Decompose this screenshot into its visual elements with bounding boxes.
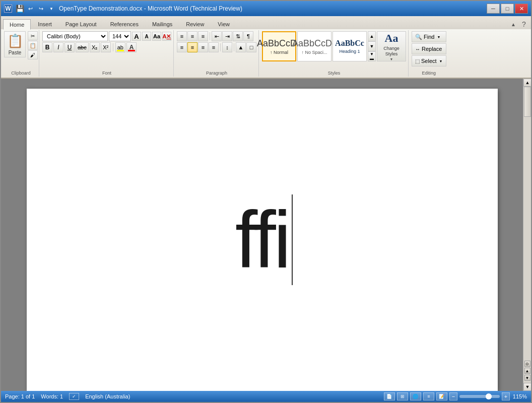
styles-scroll-down[interactable]: ▼: [368, 41, 376, 51]
replace-button[interactable]: ↔ Replace: [412, 43, 446, 54]
justify-button[interactable]: ≡: [209, 42, 219, 52]
borders-button[interactable]: □: [246, 42, 256, 52]
zoom-in-button[interactable]: +: [502, 392, 510, 400]
select-button[interactable]: ⬚ Select ▼: [412, 55, 446, 66]
font-name-select[interactable]: Calibri (Body): [42, 31, 108, 41]
styles-more[interactable]: ▼▬: [368, 51, 376, 61]
tab-pagelayout[interactable]: Page Layout: [59, 19, 103, 29]
document-page: ffi: [27, 89, 498, 391]
font-row2: B I U abc X₂ X² ab A: [42, 42, 171, 52]
clipboard-group-label: Clipboard: [3, 71, 39, 76]
find-button[interactable]: 🔍 Find ▼: [412, 31, 446, 42]
find-label: Find: [424, 34, 434, 40]
view-outline-btn[interactable]: ≡: [423, 392, 434, 400]
view-web-btn[interactable]: 🌐: [410, 392, 421, 400]
tab-home[interactable]: Home: [3, 19, 31, 30]
save-quick-btn[interactable]: 💾: [15, 4, 24, 13]
find-dropdown[interactable]: ▼: [437, 35, 440, 39]
scroll-prev-btn[interactable]: ▲: [524, 368, 530, 374]
zoom-thumb[interactable]: [486, 393, 492, 399]
superscript-button[interactable]: X²: [101, 42, 111, 52]
scroll-thumb[interactable]: [524, 87, 531, 117]
scroll-track[interactable]: [523, 87, 531, 359]
language-info[interactable]: English (Australia): [85, 393, 130, 399]
sort-button[interactable]: ⇅: [233, 31, 243, 41]
para-sep2: [220, 43, 221, 51]
scroll-up-button[interactable]: ▲: [523, 79, 531, 87]
redo-quick-btn[interactable]: ↪: [36, 4, 45, 13]
align-right-button[interactable]: ≡: [198, 42, 208, 52]
proofing-icon[interactable]: ✓: [69, 393, 79, 400]
paste-button[interactable]: 📋 Paste: [4, 31, 26, 57]
separator1: [113, 43, 113, 51]
ribbon-collapse-btn[interactable]: ▲: [508, 19, 518, 29]
bold-button[interactable]: B: [42, 42, 52, 52]
change-styles-button[interactable]: Aa ChangeStyles ▼: [377, 31, 406, 61]
shrink-font-button[interactable]: A: [142, 32, 151, 41]
view-draft-btn[interactable]: 📝: [436, 392, 447, 400]
quickaccess-more-btn[interactable]: ▼: [47, 4, 56, 13]
maximize-button[interactable]: □: [501, 4, 514, 14]
view-print-btn[interactable]: 📄: [384, 392, 395, 400]
undo-quick-btn[interactable]: ↩: [26, 4, 35, 13]
align-center-button[interactable]: ≡: [187, 42, 197, 52]
style-no-spacing[interactable]: AaBbCcDc ↑ No Spaci...: [297, 31, 331, 61]
paste-icon: 📋: [7, 33, 23, 49]
bullets-button[interactable]: ≡: [177, 31, 187, 41]
para-sep3: [234, 43, 234, 51]
ribbon: 📋 Paste ✂ 📋 🖌 Clipboard Calibri (Body) 1…: [1, 29, 531, 79]
scroll-down-button[interactable]: ▼: [523, 383, 531, 391]
numbering-button[interactable]: ≡: [187, 31, 197, 41]
change-case-button[interactable]: Aa: [152, 32, 161, 41]
zoom-slider[interactable]: [459, 395, 500, 398]
line-spacing-button[interactable]: ↕: [222, 42, 232, 52]
para-row2: ≡ ≡ ≡ ≡ ↕ ▲ □: [177, 42, 256, 52]
title-bar: W 💾 ↩ ↪ ▼ OpenType Demonstration.docx - …: [1, 1, 531, 16]
select-dropdown[interactable]: ▼: [439, 59, 443, 63]
help-button[interactable]: ?: [519, 19, 529, 29]
replace-icon: ↔: [415, 46, 420, 52]
grow-font-button[interactable]: A: [132, 32, 141, 41]
multilevel-button[interactable]: ≡: [198, 31, 208, 41]
styles-scroll-up[interactable]: ▲: [368, 31, 376, 41]
italic-button[interactable]: I: [53, 42, 63, 52]
zoom-level[interactable]: 115%: [513, 393, 527, 399]
style-heading1[interactable]: AaBbCc Heading 1: [332, 31, 367, 61]
align-left-button[interactable]: ≡: [177, 42, 187, 52]
subscript-button[interactable]: X₂: [90, 42, 100, 52]
cut-button[interactable]: ✂: [28, 31, 38, 40]
clipboard-group: 📋 Paste ✂ 📋 🖌 Clipboard: [3, 30, 39, 77]
status-left: Page: 1 of 1 Words: 1 ✓ English (Austral…: [5, 393, 130, 400]
close-button[interactable]: ✕: [515, 4, 528, 14]
decrease-indent-button[interactable]: ⇤: [212, 31, 222, 41]
tab-references[interactable]: References: [104, 19, 145, 29]
clear-formatting-button[interactable]: A✕: [162, 32, 171, 41]
increase-indent-button[interactable]: ⇥: [222, 31, 232, 41]
document-scroll-area[interactable]: ffi: [1, 79, 523, 391]
select-label: Select: [421, 58, 437, 64]
scroll-next-btn[interactable]: ▼: [524, 375, 530, 381]
tab-view[interactable]: View: [211, 19, 236, 29]
underline-button[interactable]: U: [64, 42, 75, 52]
style-normal[interactable]: AaBbCcDc ↑ Normal: [262, 31, 296, 61]
document-content[interactable]: ffi: [27, 89, 498, 391]
heading1-label: Heading 1: [339, 49, 360, 54]
strikethrough-button[interactable]: abc: [76, 42, 89, 52]
zoom-control: − + 115%: [449, 392, 527, 400]
word-count: Words: 1: [41, 393, 63, 399]
copy-button[interactable]: 📋: [28, 41, 38, 50]
tab-review[interactable]: Review: [179, 19, 211, 29]
tab-insert[interactable]: Insert: [31, 19, 58, 29]
font-color-button[interactable]: A: [126, 42, 137, 52]
scroll-select-browse-btn[interactable]: ⊙: [524, 361, 530, 367]
tab-mailings[interactable]: Mailings: [146, 19, 179, 29]
zoom-out-button[interactable]: −: [449, 392, 457, 400]
show-hide-button[interactable]: ¶: [243, 31, 253, 41]
replace-label: Replace: [422, 46, 442, 52]
shading-button[interactable]: ▲: [236, 42, 246, 52]
view-fullscreen-btn[interactable]: ⊞: [397, 392, 408, 400]
minimize-button[interactable]: ─: [487, 4, 500, 14]
font-size-select[interactable]: 144: [109, 31, 131, 41]
text-highlight-button[interactable]: ab: [115, 42, 125, 52]
format-painter-button[interactable]: 🖌: [28, 50, 38, 59]
